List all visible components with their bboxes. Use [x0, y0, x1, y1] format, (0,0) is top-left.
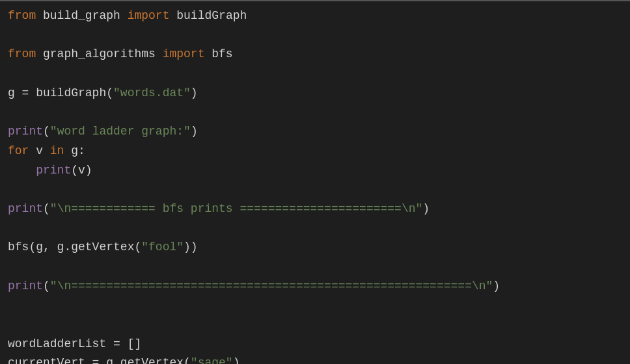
code-token: (	[43, 125, 50, 138]
code-token: print	[36, 164, 71, 177]
code-line: g = buildGraph("words.dat")	[8, 84, 622, 103]
code-token: import	[163, 47, 205, 60]
code-line	[8, 257, 622, 277]
code-line: print("\n===============================…	[8, 277, 622, 296]
code-token	[8, 164, 36, 177]
code-token: print	[8, 280, 43, 292]
code-token: in	[50, 144, 64, 157]
code-token: )	[191, 125, 198, 138]
code-token: )	[422, 202, 430, 215]
code-token: print	[8, 202, 43, 215]
code-content: from build_graph import buildGraph from …	[8, 6, 622, 364]
code-token: bfs	[204, 47, 232, 60]
code-token: v	[29, 144, 49, 157]
code-token: (	[43, 280, 50, 292]
code-line	[8, 219, 622, 239]
code-token: buildGraph	[169, 9, 247, 22]
code-token: from	[8, 9, 36, 22]
code-token: wordLadderList = []	[8, 337, 141, 350]
code-token: build_graph	[36, 9, 127, 22]
code-line	[8, 26, 622, 46]
code-line	[8, 64, 622, 84]
code-token: )	[233, 356, 240, 364]
code-token: import	[128, 9, 170, 22]
code-line: wordLadderList = []	[8, 335, 622, 354]
code-token: bfs(g, g.getVertex(	[8, 240, 141, 254]
code-line: currentVert = g.getVertex("sage")	[8, 354, 622, 364]
code-token: )	[191, 86, 198, 99]
code-line: print("\n============ bfs prints =======…	[8, 200, 622, 219]
code-line: bfs(g, g.getVertex("fool"))	[8, 238, 622, 257]
code-token: ))	[184, 240, 198, 254]
code-token: g:	[64, 144, 85, 157]
code-token: for	[8, 144, 29, 157]
code-token: )	[493, 280, 500, 292]
code-token: "fool"	[141, 240, 184, 254]
code-token: "word ladder graph:"	[50, 125, 191, 138]
code-token: (v)	[71, 164, 92, 177]
code-line: from build_graph import buildGraph	[8, 6, 622, 26]
code-token: "\n============ bfs prints =============…	[50, 202, 423, 215]
code-line: for v in g:	[8, 142, 622, 161]
code-token: (	[43, 202, 50, 215]
code-token: g = buildGraph(	[8, 86, 113, 99]
code-line	[8, 180, 622, 200]
code-line: from graph_algorithms import bfs	[8, 45, 622, 64]
code-token: "sage"	[191, 356, 233, 364]
code-line	[8, 315, 622, 335]
code-token: "words.dat"	[113, 86, 191, 99]
code-token: from	[8, 47, 36, 60]
code-line	[8, 296, 622, 315]
code-token: graph_algorithms	[36, 47, 162, 60]
code-line: print("word ladder graph:")	[8, 122, 622, 142]
code-token: currentVert = g.getVertex(	[8, 356, 191, 364]
code-token: print	[8, 125, 43, 138]
code-editor: from build_graph import buildGraph from …	[0, 0, 630, 364]
code-line: print(v)	[8, 161, 622, 181]
code-token: "\n=====================================…	[50, 280, 493, 292]
code-line	[8, 103, 622, 122]
